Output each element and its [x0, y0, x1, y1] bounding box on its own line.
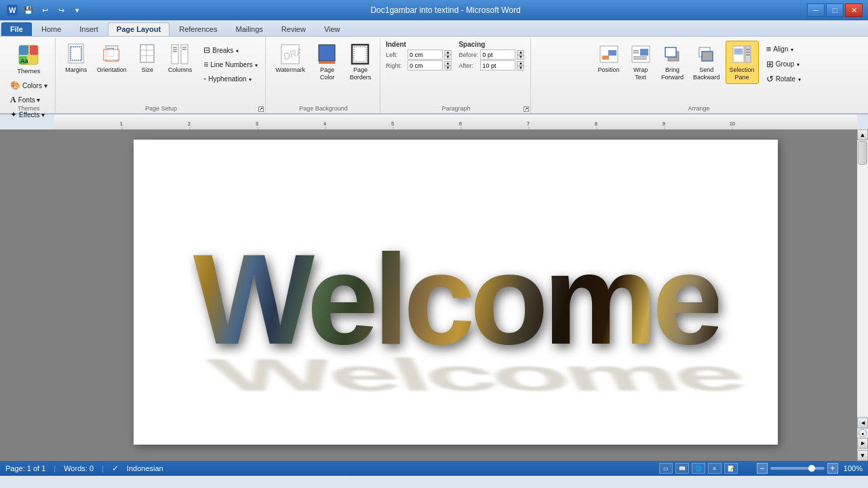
columns-button[interactable]: Columns	[164, 41, 197, 76]
language-info: Indonesian	[127, 464, 163, 472]
tab-references[interactable]: References	[170, 22, 226, 36]
bringforward-label: BringForward	[661, 66, 684, 81]
watermark-button[interactable]: DRAFT Watermark	[271, 41, 309, 76]
svg-text:Aa: Aa	[20, 58, 28, 64]
themes-label: Themes	[17, 67, 40, 75]
paragraph-expand[interactable]: ↗	[524, 106, 529, 112]
selectionpane-icon	[731, 43, 753, 65]
svg-text:10: 10	[730, 121, 735, 126]
watermark-label: Watermark	[275, 66, 305, 73]
columns-icon	[169, 43, 191, 65]
indent-left-up[interactable]: ▲	[444, 50, 452, 55]
margins-button[interactable]: Margins	[61, 41, 92, 76]
pagesetup-expand[interactable]: ↗	[258, 106, 264, 112]
scroll-up-btn[interactable]: ▲	[857, 129, 868, 140]
document-scroll-area[interactable]: Welcome Welcome	[54, 129, 857, 461]
tab-review[interactable]: Review	[273, 22, 315, 36]
pageborders-button[interactable]: PageBorders	[345, 41, 376, 84]
svg-rect-28	[319, 61, 335, 64]
group-button[interactable]: ⊞ Group ▾	[763, 57, 804, 71]
next-page-btn[interactable]: ▶	[857, 438, 868, 449]
rotate-button[interactable]: ↺ Rotate ▾	[763, 72, 804, 86]
sep2: |	[102, 464, 104, 472]
zoom-level[interactable]: 100%	[844, 464, 863, 472]
select-browse-btn[interactable]: ●	[859, 429, 867, 437]
group-icon: ⊞	[766, 59, 774, 69]
indent-left-input[interactable]	[408, 49, 443, 60]
zoom-thumb[interactable]	[808, 465, 815, 472]
outline-btn[interactable]: ≡	[708, 463, 722, 474]
welcome-text-container[interactable]: Welcome Welcome	[184, 211, 727, 387]
tab-view[interactable]: View	[315, 22, 349, 36]
scroll-thumb[interactable]	[858, 141, 867, 165]
indent-label: Indent	[386, 41, 454, 48]
hyphenation-label: Hyphenation ▾	[208, 75, 252, 83]
tab-mailings[interactable]: Mailings	[226, 22, 271, 36]
print-layout-btn[interactable]: ▭	[659, 463, 673, 474]
svg-rect-14	[140, 45, 154, 62]
spacing-after-up[interactable]: ▲	[517, 61, 524, 66]
tab-insert[interactable]: Insert	[71, 22, 107, 36]
spacing-before-up[interactable]: ▲	[517, 50, 524, 55]
spacing-before-input[interactable]	[480, 49, 515, 60]
hyphenation-button[interactable]: - Hyphenation ▾	[200, 72, 261, 85]
themes-group-label: Themes	[18, 105, 40, 112]
indent-right-input[interactable]	[408, 60, 443, 70]
spacing-before-down[interactable]: ▼	[517, 55, 524, 60]
colors-button[interactable]: 🎨 Colors ▾	[7, 79, 51, 92]
tab-file[interactable]: File	[1, 22, 32, 36]
columns-label: Columns	[168, 66, 193, 73]
minimize-btn[interactable]: ─	[807, 3, 825, 17]
scroll-down-btn[interactable]: ▼	[857, 450, 868, 461]
vertical-scrollbar[interactable]: ▲ ◀ ● ▶ ▼	[857, 129, 868, 461]
effects-label: Effects ▾	[19, 111, 45, 119]
pagecolor-button[interactable]: PageColor	[312, 41, 342, 84]
svg-text:9: 9	[663, 121, 665, 126]
svg-rect-45	[745, 46, 751, 62]
redo-btn[interactable]: ↪	[54, 3, 68, 17]
linenumbers-button[interactable]: ≡ Line Numbers ▾	[200, 58, 261, 71]
spacing-after-down[interactable]: ▼	[517, 66, 524, 70]
svg-rect-29	[352, 45, 368, 64]
before-label: Before:	[458, 52, 479, 58]
breaks-button[interactable]: ⊟ Breaks ▾	[200, 43, 261, 57]
scroll-track[interactable]	[857, 140, 868, 416]
align-label: Align ▾	[773, 45, 793, 53]
bringforward-icon	[662, 43, 684, 65]
indent-right-down[interactable]: ▼	[444, 66, 452, 70]
size-button[interactable]: Size	[132, 41, 163, 76]
pagecolor-label: PageColor	[320, 66, 335, 81]
wraptext-button[interactable]: WrapText	[625, 41, 656, 84]
zoom-out-btn[interactable]: −	[757, 463, 768, 474]
themes-button[interactable]: Aa Themes	[8, 41, 49, 78]
linenumbers-label: Line Numbers ▾	[210, 61, 258, 68]
after-label: After:	[458, 62, 479, 69]
effects-icon: ✦	[10, 110, 17, 119]
sendbackward-button[interactable]: SendBackward	[689, 41, 724, 84]
save-quick-btn[interactable]: 💾	[22, 3, 35, 17]
restore-btn[interactable]: □	[826, 3, 844, 17]
sendbackward-icon	[696, 43, 717, 65]
zoom-in-btn[interactable]: +	[827, 463, 838, 474]
customize-qat-btn[interactable]: ▾	[71, 3, 84, 17]
align-button[interactable]: ≡ Align ▾	[763, 42, 804, 56]
tab-page-layout[interactable]: Page Layout	[108, 22, 170, 36]
close-btn[interactable]: ✕	[845, 3, 863, 17]
zoom-slider[interactable]	[770, 467, 825, 470]
svg-text:5: 5	[391, 121, 394, 126]
draft-btn[interactable]: 📝	[724, 463, 738, 474]
orientation-button[interactable]: Orientation	[93, 41, 131, 76]
prev-page-btn[interactable]: ◀	[857, 418, 868, 428]
svg-rect-13	[103, 49, 119, 60]
selectionpane-button[interactable]: SelectionPane	[726, 41, 759, 84]
position-button[interactable]: Position	[593, 41, 624, 76]
svg-rect-32	[608, 50, 616, 56]
full-reading-btn[interactable]: 📖	[675, 463, 689, 474]
bringforward-button[interactable]: BringForward	[657, 41, 688, 84]
web-layout-btn[interactable]: 🌐	[692, 463, 705, 474]
tab-home[interactable]: Home	[33, 22, 70, 36]
indent-right-up[interactable]: ▲	[444, 61, 452, 66]
indent-left-down[interactable]: ▼	[444, 55, 452, 60]
undo-btn[interactable]: ↩	[38, 3, 52, 17]
spacing-after-input[interactable]	[480, 60, 515, 70]
